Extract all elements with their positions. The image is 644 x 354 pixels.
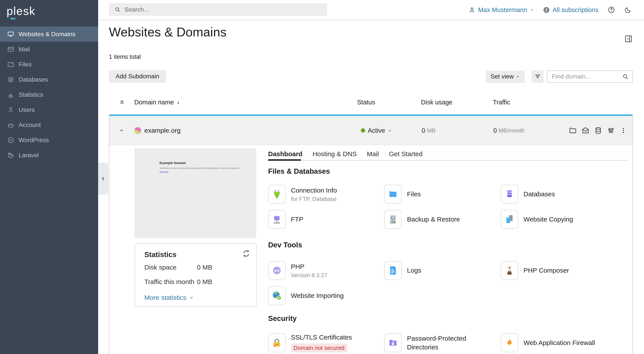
collapse-row-icon[interactable] xyxy=(119,128,124,133)
stat-value: 0 MB xyxy=(197,264,212,271)
plesk-logo-accent xyxy=(10,18,15,19)
shortcut-files[interactable]: Files xyxy=(384,185,501,204)
disk-usage-cell: 0MB xyxy=(422,116,436,145)
sidebar-item-label: WordPress xyxy=(18,137,49,144)
filter-funnel-icon xyxy=(535,74,540,80)
sidebar-item-mail[interactable]: Mail xyxy=(0,42,98,57)
sidebar-item-databases[interactable]: Databases xyxy=(0,72,98,87)
tab-active-indicator xyxy=(268,159,301,161)
chevron-left-icon xyxy=(100,176,106,182)
status-dropdown[interactable]: Active xyxy=(361,116,392,145)
sidebar-collapse-handle[interactable] xyxy=(98,163,108,195)
password-tile-icon xyxy=(384,333,402,352)
website-preview-thumbnail[interactable]: Example Domain This domain is for use in… xyxy=(135,148,256,238)
shortcut-php-composer[interactable]: PHP Composer xyxy=(501,261,628,280)
shortcut-password-protected-directories[interactable]: Password-Protected Directories xyxy=(384,333,501,352)
shortcut-logs[interactable]: Logs xyxy=(384,261,501,280)
all-subscriptions-label: All subscriptions xyxy=(552,6,598,14)
user-menu[interactable]: Max Mustermann xyxy=(468,6,534,14)
sort-down-icon xyxy=(176,100,181,105)
shortcut-ssl-tls-certificates[interactable]: SSL/TLS CertificatesDomain not secured xyxy=(268,333,384,352)
section-grid-files-databases: Connection Infofor FTP, DatabaseFilesDat… xyxy=(268,185,628,229)
shortcut-website-copying[interactable]: Website Copying xyxy=(501,210,628,229)
sidebar-item-files[interactable]: Files xyxy=(0,57,98,72)
shortcut-connection-info[interactable]: Connection Infofor FTP, Database xyxy=(268,185,384,204)
sidebar-item-account[interactable]: Account xyxy=(0,117,98,132)
dark-mode-moon-icon[interactable] xyxy=(624,6,632,14)
status-dot xyxy=(361,128,365,133)
more-statistics-link[interactable]: More statistics xyxy=(144,294,194,301)
sidebar-item-label: Files xyxy=(18,61,32,68)
domain-tabs: DashboardHosting & DNSMailGet Started xyxy=(268,150,422,158)
sidebar-item-wordpress[interactable]: WWordPress xyxy=(0,132,98,148)
column-header-disk: Disk usage xyxy=(421,99,452,106)
shortcut-web-application-firewall[interactable]: Web Application Firewall xyxy=(501,333,628,352)
tab-mail[interactable]: Mail xyxy=(367,150,379,158)
shortcut-label: Website Copying xyxy=(524,215,573,224)
shortcut-sublabel: for FTP, Database xyxy=(291,196,337,203)
sidebar-item-label: Laravel xyxy=(18,152,39,159)
tab-get-started[interactable]: Get Started xyxy=(389,150,422,158)
composer-tile-icon xyxy=(501,261,518,280)
backup-tile-icon xyxy=(384,210,402,229)
column-header-domain[interactable]: Domain name xyxy=(134,99,181,106)
help-icon[interactable] xyxy=(608,6,615,14)
domain-name-cell[interactable]: example.org xyxy=(144,116,180,145)
shortcut-label: FTP xyxy=(291,215,304,224)
files-tile-icon xyxy=(384,185,402,204)
sidebar-item-statistics[interactable]: Statistics xyxy=(0,87,98,102)
shortcut-ftp[interactable]: FTP xyxy=(268,210,384,229)
refresh-icon[interactable] xyxy=(242,250,250,258)
mail-action-icon xyxy=(582,127,590,134)
shortcut-website-importing[interactable]: Website Importing xyxy=(268,286,384,305)
sidebar-item-laravel[interactable]: Laravel xyxy=(0,148,98,163)
svg-text:php: php xyxy=(274,269,280,272)
global-search-input[interactable]: Search... xyxy=(109,3,327,16)
set-view-label: Set view xyxy=(491,73,514,80)
row-action-files[interactable] xyxy=(569,127,577,134)
row-action-mail[interactable] xyxy=(582,127,590,134)
sidebar-item-label: Databases xyxy=(18,76,48,83)
row-action-databases[interactable] xyxy=(594,127,602,134)
tab-dashboard[interactable]: Dashboard xyxy=(268,150,302,158)
row-action-settings[interactable] xyxy=(607,127,615,134)
svg-text:W: W xyxy=(9,139,12,142)
panel-collapse-icon[interactable] xyxy=(624,35,632,43)
statistics-card: Statistics Disk space0 MBTraffic this mo… xyxy=(135,243,257,307)
plesk-logo[interactable]: plesk xyxy=(6,5,35,18)
find-domain-input[interactable]: Find domain... xyxy=(547,70,632,83)
shortcut-backup-restore[interactable]: Backup & Restore xyxy=(384,210,501,229)
collapse-all-icon[interactable] xyxy=(119,99,125,106)
sidebar-item-websites-domains[interactable]: Websites & Domains xyxy=(0,27,98,42)
stat-label: Disk space xyxy=(144,264,176,271)
add-subdomain-button[interactable]: Add Subdomain xyxy=(109,70,166,82)
chevron-down-icon xyxy=(530,8,534,12)
row-actions xyxy=(569,116,615,145)
set-view-button[interactable]: Set view xyxy=(486,70,524,83)
sidebar-menu: Websites & DomainsMailFilesDatabasesStat… xyxy=(0,27,98,163)
domain-row[interactable]: example.org Active 0MB 0MB/month xyxy=(109,114,632,145)
shortcut-label: Backup & Restore xyxy=(407,215,460,224)
list-header: Domain name Status Disk usage Traffic xyxy=(109,99,633,107)
user-name: Max Mustermann xyxy=(478,6,527,14)
tab-hosting-dns[interactable]: Hosting & DNS xyxy=(312,150,357,158)
wordpress-icon: W xyxy=(7,137,14,144)
folder-icon xyxy=(7,61,14,68)
statistics-title: Statistics xyxy=(144,250,176,259)
row-more-menu[interactable] xyxy=(620,116,627,145)
search-placeholder: Search... xyxy=(124,6,149,13)
preview-page-body: This domain is for use in documentation … xyxy=(160,167,240,169)
shortcut-label: Website Importing xyxy=(291,291,344,300)
sidebar-item-users[interactable]: Users xyxy=(0,102,98,117)
section-title-files-databases: Files & Databases xyxy=(268,167,330,175)
shortcut-php[interactable]: phpPHPVersion 8.3.27 xyxy=(268,261,384,280)
shortcut-databases[interactable]: Databases xyxy=(501,185,628,204)
sidebar-item-label: Account xyxy=(18,121,41,128)
filter-button[interactable] xyxy=(532,70,544,83)
shortcut-label: Databases xyxy=(524,190,555,199)
preview-page-title: Example Domain xyxy=(160,161,186,165)
shortcut-sublabel: Version 8.3.27 xyxy=(291,272,327,279)
traffic-cell: 0MB/month xyxy=(493,116,524,145)
all-subscriptions-link[interactable]: All subscriptions xyxy=(543,6,598,14)
ssl-tile-icon xyxy=(268,333,286,352)
